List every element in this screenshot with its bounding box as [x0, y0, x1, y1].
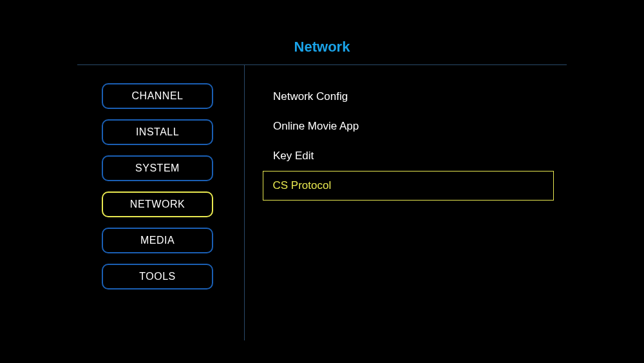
sidebar-item-network[interactable]: NETWORK	[102, 191, 213, 217]
menu-item-label: Key Edit	[273, 150, 314, 162]
sidebar-item-label: MEDIA	[140, 235, 175, 246]
sidebar: CHANNEL INSTALL SYSTEM NETWORK MEDIA TOO…	[77, 65, 245, 340]
sidebar-item-tools[interactable]: TOOLS	[102, 264, 213, 289]
sidebar-item-label: SYSTEM	[135, 162, 180, 174]
sidebar-item-system[interactable]: SYSTEM	[102, 155, 213, 181]
menu-item-label: CS Protocol	[273, 179, 332, 192]
sidebar-item-label: INSTALL	[136, 126, 179, 138]
sidebar-item-media[interactable]: MEDIA	[102, 228, 213, 253]
settings-panel: Network CHANNEL INSTALL SYSTEM NETWORK M…	[77, 39, 567, 337]
main-menu: Network Config Online Movie App Key Edit…	[245, 65, 567, 340]
menu-item-key-edit[interactable]: Key Edit	[263, 141, 554, 171]
menu-item-online-movie-app[interactable]: Online Movie App	[263, 112, 554, 141]
page-title: Network	[77, 39, 567, 64]
menu-item-cs-protocol[interactable]: CS Protocol	[263, 171, 554, 201]
menu-item-label: Network Config	[273, 90, 348, 103]
sidebar-item-label: CHANNEL	[132, 90, 184, 102]
sidebar-item-channel[interactable]: CHANNEL	[102, 83, 213, 109]
sidebar-item-install[interactable]: INSTALL	[102, 119, 213, 145]
menu-item-network-config[interactable]: Network Config	[263, 82, 554, 112]
sidebar-item-label: NETWORK	[130, 199, 185, 210]
content-area: CHANNEL INSTALL SYSTEM NETWORK MEDIA TOO…	[77, 65, 567, 340]
sidebar-item-label: TOOLS	[139, 271, 175, 282]
menu-item-label: Online Movie App	[273, 120, 359, 133]
